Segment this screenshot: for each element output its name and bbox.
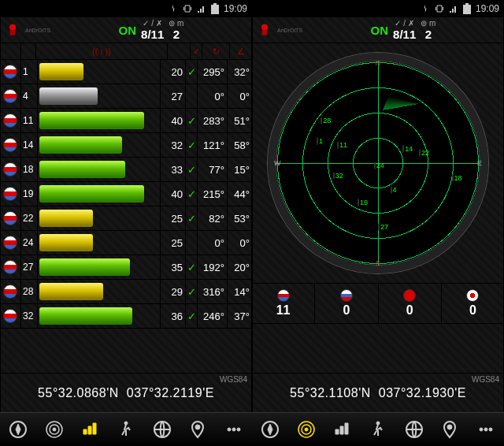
- prn-cell: 22: [21, 206, 38, 230]
- nav-bars-button[interactable]: [330, 418, 354, 441]
- elevation-cell: 32°: [228, 60, 252, 84]
- cardinal-e: E: [477, 159, 482, 167]
- nav-compass-button[interactable]: [258, 418, 282, 441]
- nav-globe-button[interactable]: [402, 418, 426, 441]
- nav-radar-button[interactable]: [295, 418, 318, 441]
- app-logo: [5, 22, 20, 38]
- table-row[interactable]: 1432✓121°58°: [0, 133, 252, 158]
- snr-cell: 25: [161, 206, 186, 230]
- radar-satellite-pin: 22: [419, 151, 424, 155]
- signal-bar: [39, 185, 144, 203]
- elevation-cell: 20°: [228, 255, 252, 279]
- bottom-nav: [252, 412, 504, 446]
- us-flag-icon: [452, 174, 454, 182]
- el-header-icon: ∠: [230, 43, 252, 59]
- sat-count-group: ✓ / ✗ 8/11: [393, 20, 416, 40]
- svg-point-10: [232, 428, 235, 431]
- battery-icon: [211, 3, 219, 14]
- coordinates-panel: WGS84 55°32.1108'N 037°32.1930'E: [252, 373, 504, 413]
- table-header: (( ı )) ✓ ↻ ∠: [0, 43, 252, 60]
- table-row[interactable]: 3236✓246°37°: [0, 304, 252, 329]
- us-flag-icon: [3, 138, 17, 152]
- app-header: AnDrOiTS ON ✓ / ✗ 8/11 ⊚ m 2: [0, 17, 252, 43]
- nav-menu-button[interactable]: [474, 418, 498, 441]
- table-row[interactable]: 2225✓82°53°: [0, 206, 252, 231]
- table-row[interactable]: 2829✓316°14°: [0, 280, 252, 304]
- nav-walk-button[interactable]: [366, 418, 390, 441]
- longitude-value: 037°32.1930'E: [379, 386, 466, 400]
- radar-scope[interactable]: N S E W 28111321422192741824: [268, 53, 488, 273]
- snr-cell: 25: [161, 231, 186, 255]
- elevation-cell: 53°: [228, 206, 252, 230]
- table-row[interactable]: 1140✓283°51°: [0, 109, 252, 133]
- svg-rect-13: [262, 30, 268, 35]
- us-flag-icon: [321, 117, 322, 125]
- radar-satellite-pin: 4: [391, 188, 395, 192]
- walk-icon: [117, 420, 135, 439]
- table-row[interactable]: 24250°0°: [0, 231, 252, 255]
- us-flag-icon: [3, 309, 17, 323]
- table-row[interactable]: 1833✓77°15°: [0, 158, 252, 182]
- signal-bar: [39, 258, 130, 276]
- table-row[interactable]: 120✓295°32°: [0, 60, 252, 84]
- vibrate-icon: [183, 4, 192, 13]
- prn-cell: 32: [21, 304, 38, 328]
- nav-radar-button[interactable]: [43, 418, 66, 441]
- snr-cell: 32: [161, 133, 186, 157]
- us-flag-icon: [3, 260, 17, 274]
- azimuth-cell: 0°: [198, 84, 228, 108]
- snr-cell: 20: [161, 60, 186, 84]
- us-flag-icon: [378, 223, 380, 231]
- fix-cell: ✓: [186, 60, 198, 84]
- snr-cell: 27: [161, 84, 186, 108]
- table-row[interactable]: 4270°0°: [0, 84, 252, 109]
- snr-cell: 36: [161, 304, 186, 328]
- nav-compass-button[interactable]: [6, 418, 30, 441]
- nav-pin-button[interactable]: [186, 418, 209, 441]
- prn-cell: 28: [21, 280, 38, 303]
- elevation-cell: 14°: [228, 280, 252, 303]
- azimuth-cell: 121°: [198, 133, 228, 157]
- signal-bar: [39, 63, 83, 80]
- satellite-table[interactable]: 120✓295°32°4270°0°1140✓283°51°1432✓121°5…: [0, 60, 252, 320]
- signal-bar: [39, 210, 93, 227]
- table-row[interactable]: 2735✓192°20°: [0, 255, 252, 280]
- prn-cell: 14: [21, 133, 38, 157]
- radar-icon: [297, 420, 316, 439]
- elevation-cell: 37°: [228, 304, 252, 328]
- radar-satellite-pin: 24: [374, 163, 379, 168]
- nav-bars-button[interactable]: [78, 418, 102, 441]
- fix-cell: ✓: [186, 206, 198, 230]
- azimuth-cell: 82°: [198, 206, 228, 230]
- snr-cell: 35: [161, 255, 186, 279]
- vibrate-icon: [435, 4, 444, 13]
- snr-cell: 29: [161, 280, 186, 303]
- status-time: 19:09: [476, 3, 499, 14]
- svg-point-9: [228, 428, 231, 431]
- table-row[interactable]: 1940✓215°44°: [0, 182, 252, 206]
- nav-menu-button[interactable]: [222, 418, 246, 441]
- svg-point-8: [195, 425, 200, 429]
- signal-bar: [39, 112, 144, 129]
- menu-icon: [476, 420, 495, 439]
- location-icon: [421, 4, 430, 13]
- svg-point-11: [237, 428, 240, 431]
- fix-cell: ✓: [186, 133, 198, 157]
- prn-cell: 19: [21, 182, 38, 206]
- nav-pin-button[interactable]: [438, 418, 461, 441]
- azimuth-cell: 77°: [198, 158, 228, 181]
- svg-point-0: [9, 24, 16, 31]
- signal-bar: [39, 136, 122, 154]
- nav-globe-button[interactable]: [150, 418, 174, 441]
- nav-walk-button[interactable]: [114, 418, 138, 441]
- elevation-cell: 44°: [228, 182, 252, 206]
- prn-cell: 24: [21, 231, 38, 255]
- country-count-value: 0: [406, 303, 413, 318]
- latitude-value: 55°32.1108'N: [290, 386, 371, 400]
- elevation-cell: 58°: [228, 133, 252, 157]
- country-count-value: 0: [469, 303, 476, 318]
- azimuth-cell: 246°: [198, 304, 228, 328]
- longitude-value: 037°32.2119'E: [127, 386, 214, 400]
- elevation-cell: 51°: [228, 109, 252, 132]
- radar-icon: [45, 420, 64, 439]
